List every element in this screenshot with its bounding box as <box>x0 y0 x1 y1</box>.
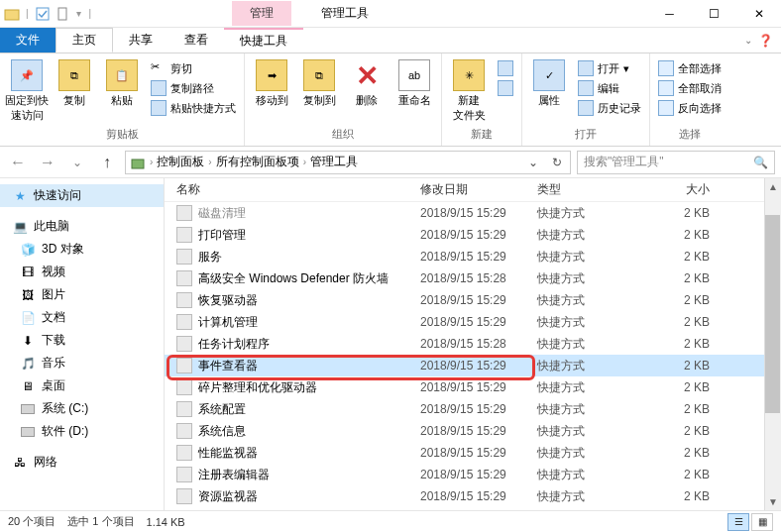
selection-size: 1.14 KB <box>147 516 185 528</box>
file-icon <box>176 292 192 308</box>
file-name: 打印管理 <box>198 227 246 244</box>
column-date[interactable]: 修改日期 <box>420 181 537 198</box>
move-to-button[interactable]: ➡ 移动到 <box>249 55 294 108</box>
file-row[interactable]: 高级安全 Windows Defender 防火墙2018/9/15 15:28… <box>165 267 764 289</box>
nav-music[interactable]: 🎵音乐 <box>0 352 164 374</box>
refresh-button[interactable]: ↻ <box>548 156 566 169</box>
chevron-right-icon[interactable]: › <box>208 157 211 167</box>
file-row[interactable]: 资源监视器2018/9/15 15:29快捷方式2 KB <box>165 485 764 507</box>
file-row[interactable]: 打印管理2018/9/15 15:29快捷方式2 KB <box>165 224 764 246</box>
paste-shortcut-button[interactable]: 粘贴快捷方式 <box>147 99 240 117</box>
document-icon[interactable] <box>55 6 70 22</box>
file-row[interactable]: 事件查看器2018/9/15 15:29快捷方式2 KB <box>165 355 764 376</box>
file-type: 快捷方式 <box>537 467 658 483</box>
address-dropdown[interactable]: ⌄ <box>522 156 544 169</box>
copy-to-button[interactable]: ⧉ 复制到 <box>296 55 342 108</box>
nav-drive-d[interactable]: 软件 (D:) <box>0 420 164 443</box>
file-size: 2 KB <box>658 380 718 394</box>
breadcrumb-segment[interactable]: 控制面板 <box>157 154 204 170</box>
nav-quick-access[interactable]: ★快速访问 <box>0 184 164 207</box>
search-input[interactable]: 搜索"管理工具" 🔍 <box>577 151 775 174</box>
new-folder-button[interactable]: ✳ 新建 文件夹 <box>446 55 492 123</box>
file-row[interactable]: 服务2018/9/15 15:29快捷方式2 KB <box>165 246 764 267</box>
ribbon-right: ⌄ ❓ <box>744 28 781 53</box>
file-row[interactable]: 任务计划程序2018/9/15 15:28快捷方式2 KB <box>165 333 764 355</box>
copy-path-button[interactable]: 复制路径 <box>147 79 240 97</box>
file-tab[interactable]: 文件 <box>0 28 56 53</box>
up-button[interactable]: ↑ <box>95 151 119 174</box>
nav-videos[interactable]: 🎞视频 <box>0 261 164 283</box>
edit-button[interactable]: 编辑 <box>574 79 645 97</box>
nav-this-pc[interactable]: 💻此电脑 <box>0 215 164 238</box>
chevron-right-icon[interactable]: › <box>303 157 306 167</box>
vertical-scrollbar[interactable]: ▲ ▼ <box>764 178 781 510</box>
file-icon <box>176 314 192 330</box>
file-row[interactable]: 计算机管理2018/9/15 15:29快捷方式2 KB <box>165 311 764 333</box>
column-type[interactable]: 类型 <box>537 181 658 198</box>
open-button[interactable]: 打开 ▾ <box>574 59 645 77</box>
share-tab[interactable]: 共享 <box>113 28 168 53</box>
nav-desktop[interactable]: 🖥桌面 <box>0 374 164 397</box>
history-button[interactable]: 历史记录 <box>574 99 645 117</box>
pin-button[interactable]: 📌 固定到快 速访问 <box>4 55 50 123</box>
delete-button[interactable]: ✕ 删除 <box>344 55 390 108</box>
easy-access-button[interactable] <box>494 79 517 97</box>
select-all-button[interactable]: 全部选择 <box>654 59 725 77</box>
properties-button[interactable]: ✓ 属性 <box>526 55 572 108</box>
context-tab-manage[interactable]: 管理 <box>232 1 291 26</box>
close-button[interactable]: ✕ <box>736 0 781 28</box>
scroll-up-arrow[interactable]: ▲ <box>765 178 781 195</box>
checkbox-icon[interactable] <box>35 6 51 22</box>
column-name[interactable]: 名称 <box>165 181 420 198</box>
details-view-button[interactable]: ☰ <box>727 513 749 531</box>
file-row[interactable]: 碎片整理和优化驱动器2018/9/15 15:29快捷方式2 KB <box>165 376 764 398</box>
column-size[interactable]: 大小 <box>658 181 718 198</box>
paste-button[interactable]: 📋 粘贴 <box>99 55 145 108</box>
chevron-right-icon[interactable]: › <box>150 157 153 167</box>
nav-documents[interactable]: 📄文档 <box>0 306 164 329</box>
copy-button[interactable]: ⧉ 复制 <box>52 55 97 108</box>
cut-button[interactable]: ✂剪切 <box>147 59 240 77</box>
back-button[interactable]: ← <box>6 151 30 174</box>
history-icon <box>578 100 594 116</box>
qat-dropdown[interactable]: ▾ <box>74 8 83 19</box>
scroll-thumb[interactable] <box>765 215 780 413</box>
nav-network[interactable]: 🖧网络 <box>0 451 164 474</box>
column-headers: 名称 修改日期 类型 大小 <box>165 178 764 202</box>
file-row[interactable]: 性能监视器2018/9/15 15:29快捷方式2 KB <box>165 442 764 464</box>
open-group: ✓ 属性 打开 ▾ 编辑 历史记录 打开 <box>522 53 650 146</box>
view-tab[interactable]: 查看 <box>168 28 224 53</box>
rename-button[interactable]: ab 重命名 <box>391 55 437 108</box>
file-size: 2 KB <box>658 271 718 285</box>
nav-drive-c[interactable]: 系统 (C:) <box>0 397 164 420</box>
easy-access-icon <box>498 80 513 96</box>
file-name: 注册表编辑器 <box>198 467 270 483</box>
maximize-button[interactable]: ☐ <box>692 0 736 28</box>
recent-locations-button[interactable]: ⌄ <box>65 151 89 174</box>
address-bar[interactable]: › 控制面板 › 所有控制面板项 › 管理工具 ⌄ ↻ <box>125 151 571 174</box>
nav-downloads[interactable]: ⬇下载 <box>0 329 164 352</box>
minimize-button[interactable]: ─ <box>647 0 692 28</box>
file-type: 快捷方式 <box>537 358 658 374</box>
icons-view-button[interactable]: ▦ <box>751 513 773 531</box>
home-tab[interactable]: 主页 <box>56 28 113 53</box>
invert-selection-button[interactable]: 反向选择 <box>654 99 725 117</box>
breadcrumb-segment[interactable]: 管理工具 <box>310 154 358 170</box>
file-row[interactable]: 恢复驱动器2018/9/15 15:29快捷方式2 KB <box>165 289 764 311</box>
file-row[interactable]: 磁盘清理2018/9/15 15:29快捷方式2 KB <box>165 202 764 224</box>
help-icon[interactable]: ❓ <box>758 34 773 48</box>
nav-pictures[interactable]: 🖼图片 <box>0 283 164 306</box>
new-item-button[interactable] <box>494 59 517 77</box>
file-date: 2018/9/15 15:29 <box>420 228 537 242</box>
collapse-ribbon-icon[interactable]: ⌄ <box>744 35 752 46</box>
select-none-button[interactable]: 全部取消 <box>654 79 725 97</box>
search-icon[interactable]: 🔍 <box>753 156 768 169</box>
file-row[interactable]: 注册表编辑器2018/9/15 15:29快捷方式2 KB <box>165 464 764 485</box>
breadcrumb-segment[interactable]: 所有控制面板项 <box>216 154 299 170</box>
forward-button[interactable]: → <box>36 151 59 174</box>
file-row[interactable]: 系统配置2018/9/15 15:29快捷方式2 KB <box>165 398 764 420</box>
shortcut-tools-tab[interactable]: 快捷工具 <box>224 28 303 53</box>
nav-3d-objects[interactable]: 🧊3D 对象 <box>0 238 164 261</box>
scroll-down-arrow[interactable]: ▼ <box>765 493 781 510</box>
file-row[interactable]: 系统信息2018/9/15 15:29快捷方式2 KB <box>165 420 764 442</box>
